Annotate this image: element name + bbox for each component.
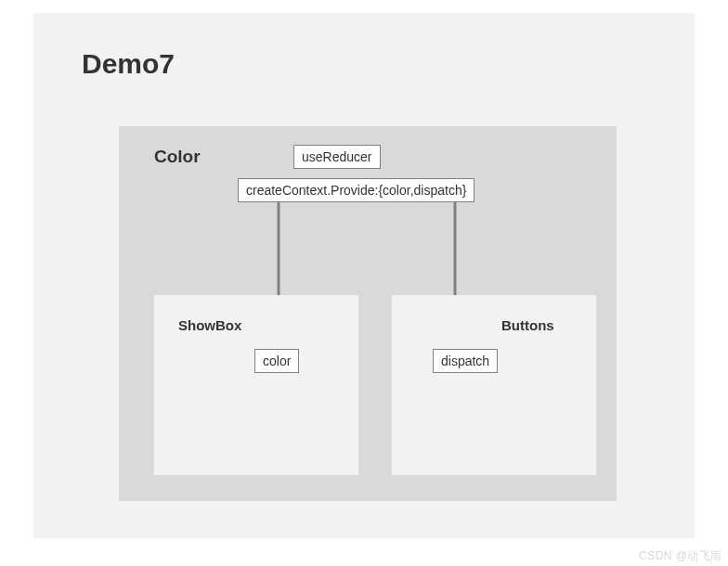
showbox-container: ShowBox color [154,295,358,475]
page-title: Demo7 [82,48,175,80]
showbox-title: ShowBox [178,317,241,333]
buttons-container: Buttons dispatch [392,295,596,475]
buttons-value: dispatch [433,349,498,373]
watermark: CSDN @动飞雨 [639,548,722,564]
context-provide-label: createContext.Provide:{color,dispatch} [238,178,474,202]
usereducer-label: useReducer [293,145,381,169]
showbox-value: color [254,349,299,373]
buttons-title: Buttons [501,317,554,333]
color-title: Color [154,147,201,167]
color-container: Color useReducer createContext.Provide:{… [119,126,617,501]
canvas: Demo7 Color useReducer createContext.Pro… [33,13,695,538]
